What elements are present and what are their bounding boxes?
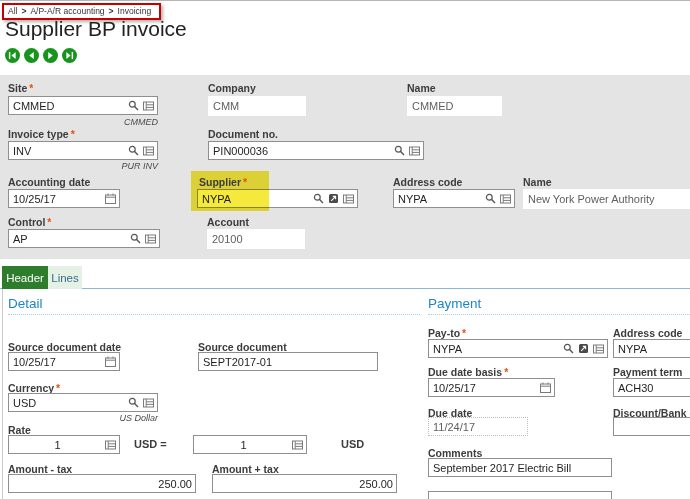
tab-panel-border: [2, 289, 3, 499]
source-document-field[interactable]: SEPT2017-01: [198, 352, 378, 371]
lookup-icon[interactable]: [128, 145, 139, 156]
control-label: Control*: [8, 216, 51, 228]
payment-address-code-label: Address code: [613, 327, 682, 339]
document-no-field[interactable]: PIN000036: [208, 141, 424, 160]
document-no-label: Document no.: [208, 128, 278, 140]
supplier-field[interactable]: NYPA: [197, 189, 358, 208]
payment-section-title: Payment: [428, 296, 481, 311]
source-document-date-field[interactable]: 10/25/17: [8, 352, 120, 371]
previous-record-button[interactable]: [24, 48, 39, 63]
first-record-icon: [8, 51, 17, 60]
supplier-bp-invoice-window: All > A/P-A/R accounting > Invoicing Sup…: [0, 0, 690, 499]
selection-list-icon[interactable]: [343, 194, 354, 204]
rate-left-field[interactable]: 1: [8, 435, 120, 454]
rate-grid-icon[interactable]: [105, 440, 116, 450]
payment-address-code-field[interactable]: NYPA: [613, 339, 690, 358]
site-field[interactable]: CMMED: [8, 96, 158, 115]
due-date-basis-field[interactable]: 10/25/17: [428, 378, 555, 397]
selection-list-icon[interactable]: [143, 101, 154, 111]
selection-list-icon[interactable]: [500, 194, 511, 204]
comments-field[interactable]: September 2017 Electric Bill: [428, 458, 612, 477]
detail-section-title: Detail: [8, 296, 43, 311]
jump-to-record-icon[interactable]: [328, 193, 339, 204]
payment-term-label: Payment term: [613, 366, 682, 378]
supplier-name-label: Name: [523, 176, 552, 188]
supplier-label: Supplier*: [199, 176, 247, 188]
previous-record-icon: [27, 51, 36, 60]
lookup-icon[interactable]: [485, 193, 496, 204]
calendar-icon[interactable]: [105, 356, 116, 367]
currency-hint: US Dollar: [78, 413, 158, 423]
payment-section-divider: [428, 314, 690, 315]
breadcrumb-separator: >: [21, 6, 26, 16]
invoice-type-field[interactable]: INV: [8, 141, 158, 160]
record-navigation: [5, 48, 81, 63]
company-field: CMM: [208, 96, 306, 116]
comments-extra-field[interactable]: [428, 491, 612, 499]
detail-section-divider: [8, 314, 420, 315]
selection-list-icon[interactable]: [143, 398, 154, 408]
selection-list-icon[interactable]: [145, 234, 156, 244]
lookup-icon[interactable]: [563, 343, 574, 354]
due-date-basis-label: Due date basis*: [428, 366, 508, 378]
lookup-icon[interactable]: [394, 145, 405, 156]
last-record-icon: [65, 51, 74, 60]
rate-right-field[interactable]: 1: [193, 435, 307, 454]
invoice-type-hint: PUR INV: [78, 161, 158, 171]
accounting-date-field[interactable]: 10/25/17: [8, 189, 120, 208]
due-date-field: 11/24/17: [428, 417, 528, 436]
jump-to-record-icon[interactable]: [578, 343, 589, 354]
last-record-button[interactable]: [62, 48, 77, 63]
supplier-name-field: New York Power Authority: [523, 189, 690, 209]
breadcrumb-separator: >: [109, 6, 114, 16]
first-record-button[interactable]: [5, 48, 20, 63]
tab-strip-underline: [0, 288, 690, 289]
payment-term-field[interactable]: ACH30: [613, 378, 690, 397]
selection-list-icon[interactable]: [593, 344, 604, 354]
amount-plus-tax-field[interactable]: 250.00: [212, 474, 397, 493]
pay-to-field[interactable]: NYPA: [428, 339, 608, 358]
selection-list-icon[interactable]: [143, 146, 154, 156]
site-label: Site*: [8, 82, 33, 94]
breadcrumb-item-invoicing[interactable]: Invoicing: [118, 6, 152, 16]
tab-lines[interactable]: Lines: [48, 266, 82, 289]
rate-unit-label: USD: [341, 438, 364, 450]
address-code-field[interactable]: NYPA: [393, 189, 515, 208]
breadcrumb-item-all[interactable]: All: [8, 6, 17, 16]
page-title: Supplier BP invoice: [5, 17, 187, 41]
discount-bank-charges-field[interactable]: [613, 417, 690, 436]
lookup-icon[interactable]: [128, 397, 139, 408]
selection-list-icon[interactable]: [409, 146, 420, 156]
calendar-icon[interactable]: [105, 193, 116, 204]
rate-equals-label: USD =: [134, 438, 167, 450]
currency-field[interactable]: USD: [8, 393, 158, 412]
lookup-icon[interactable]: [128, 100, 139, 111]
next-record-icon: [46, 51, 55, 60]
tab-header[interactable]: Header: [2, 266, 48, 289]
pay-to-label: Pay-to*: [428, 327, 466, 339]
lookup-icon[interactable]: [130, 233, 141, 244]
company-name-field: CMMED: [407, 96, 502, 116]
calendar-icon[interactable]: [540, 382, 551, 393]
rate-grid-icon[interactable]: [292, 440, 303, 450]
next-record-button[interactable]: [43, 48, 58, 63]
amount-minus-tax-field[interactable]: 250.00: [8, 474, 196, 493]
accounting-date-label: Accounting date: [8, 176, 90, 188]
account-field: 20100: [207, 229, 305, 249]
account-label: Account: [207, 216, 249, 228]
breadcrumb-item-ap-ar-accounting[interactable]: A/P-A/R accounting: [30, 6, 104, 16]
control-field[interactable]: AP: [8, 229, 160, 248]
address-code-label: Address code: [393, 176, 462, 188]
company-name-label: Name: [407, 82, 436, 94]
lookup-icon[interactable]: [313, 193, 324, 204]
site-hint: CMMED: [78, 117, 158, 127]
invoice-type-label: Invoice type*: [8, 128, 75, 140]
company-label: Company: [208, 82, 256, 94]
